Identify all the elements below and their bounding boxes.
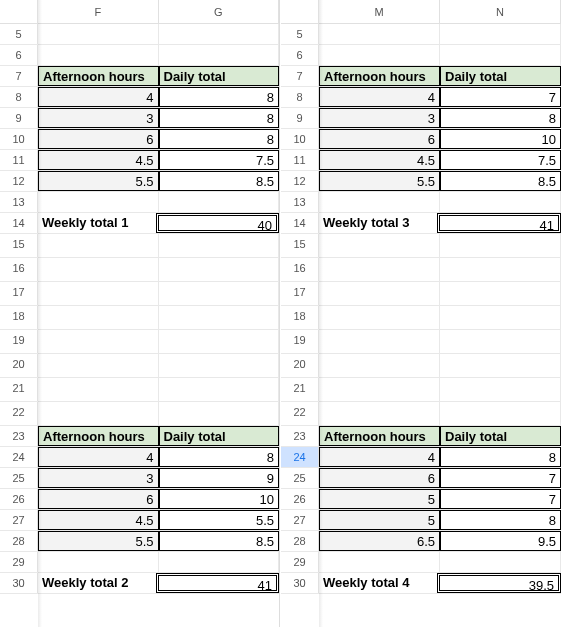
row-header[interactable]: 12 xyxy=(281,171,319,191)
afternoon-hours-cell[interactable]: 4.5 xyxy=(319,150,440,170)
table-header-afternoon[interactable]: Afternoon hours xyxy=(319,426,440,446)
weekly-total-label[interactable]: Weekly total 4 xyxy=(319,573,437,593)
row-header[interactable]: 29 xyxy=(0,552,38,572)
row-header[interactable]: 24 xyxy=(0,447,38,467)
row-header[interactable]: 6 xyxy=(0,45,38,65)
daily-total-cell[interactable]: 5.5 xyxy=(159,510,280,530)
cell[interactable] xyxy=(38,306,159,329)
row-header[interactable]: 17 xyxy=(281,282,319,305)
afternoon-hours-cell[interactable]: 5 xyxy=(319,489,440,509)
table-header-afternoon[interactable]: Afternoon hours xyxy=(319,66,440,86)
afternoon-hours-cell[interactable]: 5.5 xyxy=(38,171,159,191)
cell[interactable] xyxy=(440,192,561,212)
afternoon-hours-cell[interactable]: 4 xyxy=(38,87,159,107)
row-header[interactable]: 18 xyxy=(0,306,38,329)
cell[interactable] xyxy=(440,378,561,401)
cell[interactable] xyxy=(159,378,280,401)
row-header[interactable]: 21 xyxy=(281,378,319,401)
row-header[interactable]: 26 xyxy=(281,489,319,509)
column-header-G[interactable]: G xyxy=(159,0,280,23)
row-header[interactable]: 7 xyxy=(0,66,38,86)
row-header[interactable]: 28 xyxy=(281,531,319,551)
weekly-total-value[interactable]: 39.5 xyxy=(437,573,561,593)
corner-cell[interactable] xyxy=(0,0,38,23)
row-header[interactable]: 21 xyxy=(0,378,38,401)
cell[interactable] xyxy=(159,306,280,329)
weekly-total-value[interactable]: 41 xyxy=(156,573,280,593)
cell[interactable] xyxy=(159,192,280,212)
cell[interactable] xyxy=(159,330,280,353)
cell[interactable] xyxy=(319,282,440,305)
table-header-daily[interactable]: Daily total xyxy=(440,66,561,86)
daily-total-cell[interactable]: 8 xyxy=(440,447,561,467)
cell[interactable] xyxy=(38,354,159,377)
cell[interactable] xyxy=(319,306,440,329)
daily-total-cell[interactable]: 9.5 xyxy=(440,531,561,551)
cell[interactable] xyxy=(38,402,159,425)
cell[interactable] xyxy=(440,306,561,329)
daily-total-cell[interactable]: 8.5 xyxy=(159,531,280,551)
cell[interactable] xyxy=(319,378,440,401)
row-header[interactable]: 14 xyxy=(281,213,319,233)
afternoon-hours-cell[interactable]: 5.5 xyxy=(38,531,159,551)
cell[interactable] xyxy=(440,234,561,257)
weekly-total-label[interactable]: Weekly total 3 xyxy=(319,213,437,233)
row-header[interactable]: 14 xyxy=(0,213,38,233)
row-header[interactable]: 22 xyxy=(0,402,38,425)
afternoon-hours-cell[interactable]: 3 xyxy=(38,108,159,128)
afternoon-hours-cell[interactable]: 6 xyxy=(319,129,440,149)
row-header[interactable]: 25 xyxy=(0,468,38,488)
afternoon-hours-cell[interactable]: 6.5 xyxy=(319,531,440,551)
cell[interactable] xyxy=(38,234,159,257)
cell[interactable] xyxy=(159,552,280,572)
table-header-daily[interactable]: Daily total xyxy=(159,426,280,446)
row-header[interactable]: 8 xyxy=(281,87,319,107)
cell[interactable] xyxy=(38,192,159,212)
cell[interactable] xyxy=(319,402,440,425)
daily-total-cell[interactable]: 10 xyxy=(159,489,280,509)
row-header[interactable]: 30 xyxy=(281,573,319,593)
cell[interactable] xyxy=(159,234,280,257)
afternoon-hours-cell[interactable]: 4 xyxy=(319,447,440,467)
cell[interactable] xyxy=(38,330,159,353)
row-header[interactable]: 22 xyxy=(281,402,319,425)
afternoon-hours-cell[interactable]: 5 xyxy=(319,510,440,530)
cell[interactable] xyxy=(319,45,440,65)
weekly-total-label[interactable]: Weekly total 1 xyxy=(38,213,156,233)
row-header[interactable]: 19 xyxy=(0,330,38,353)
row-header[interactable]: 10 xyxy=(281,129,319,149)
weekly-total-label[interactable]: Weekly total 2 xyxy=(38,573,156,593)
row-header[interactable]: 12 xyxy=(0,171,38,191)
daily-total-cell[interactable]: 8 xyxy=(159,129,280,149)
table-header-afternoon[interactable]: Afternoon hours xyxy=(38,426,159,446)
column-header-N[interactable]: N xyxy=(440,0,561,23)
cell[interactable] xyxy=(440,45,561,65)
row-header[interactable]: 13 xyxy=(281,192,319,212)
row-header[interactable]: 27 xyxy=(0,510,38,530)
row-header[interactable]: 23 xyxy=(281,426,319,446)
cell[interactable] xyxy=(440,282,561,305)
row-header[interactable]: 5 xyxy=(0,24,38,44)
table-header-daily[interactable]: Daily total xyxy=(440,426,561,446)
daily-total-cell[interactable]: 8 xyxy=(440,510,561,530)
row-header[interactable]: 16 xyxy=(0,258,38,281)
afternoon-hours-cell[interactable]: 4.5 xyxy=(38,150,159,170)
row-header[interactable]: 29 xyxy=(281,552,319,572)
cell[interactable] xyxy=(159,402,280,425)
row-header[interactable]: 27 xyxy=(281,510,319,530)
daily-total-cell[interactable]: 8.5 xyxy=(440,171,561,191)
daily-total-cell[interactable]: 7 xyxy=(440,87,561,107)
cell[interactable] xyxy=(440,258,561,281)
row-header[interactable]: 30 xyxy=(0,573,38,593)
afternoon-hours-cell[interactable]: 6 xyxy=(38,489,159,509)
cell[interactable] xyxy=(319,24,440,44)
daily-total-cell[interactable]: 7 xyxy=(440,489,561,509)
row-header[interactable]: 13 xyxy=(0,192,38,212)
cell[interactable] xyxy=(159,45,280,65)
row-header[interactable]: 23 xyxy=(0,426,38,446)
daily-total-cell[interactable]: 8 xyxy=(159,108,280,128)
weekly-total-value[interactable]: 41 xyxy=(437,213,561,233)
row-header[interactable]: 6 xyxy=(281,45,319,65)
afternoon-hours-cell[interactable]: 3 xyxy=(38,468,159,488)
row-header[interactable]: 26 xyxy=(0,489,38,509)
